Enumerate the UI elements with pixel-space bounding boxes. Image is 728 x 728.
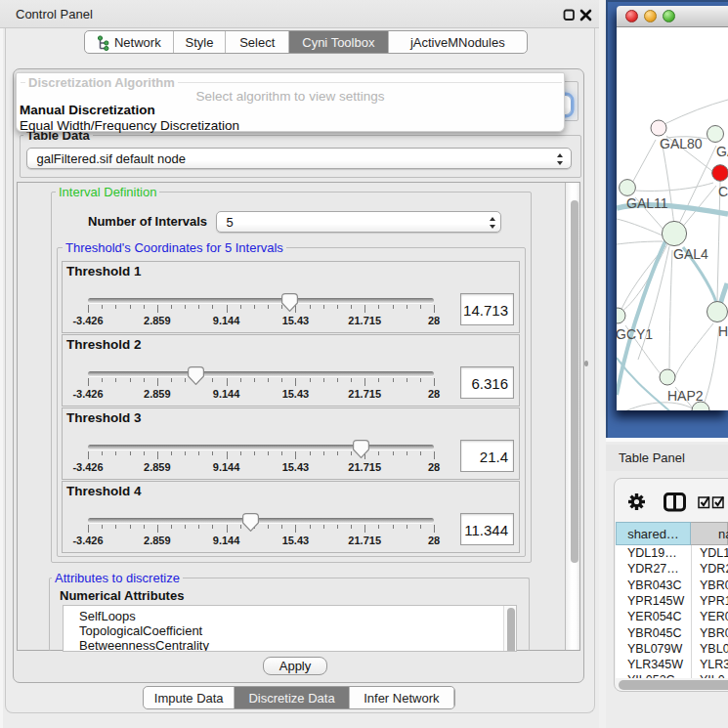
svg-text:GA: GA — [716, 144, 728, 159]
svg-text:GCY1: GCY1 — [617, 326, 653, 342]
svg-text:GAL11: GAL11 — [626, 195, 668, 211]
svg-text:C: C — [718, 184, 728, 199]
svg-text:HAP2: HAP2 — [667, 388, 704, 404]
svg-text:GAL4: GAL4 — [673, 246, 708, 262]
svg-text:GAL80: GAL80 — [660, 136, 703, 151]
svg-text:H: H — [718, 323, 728, 339]
